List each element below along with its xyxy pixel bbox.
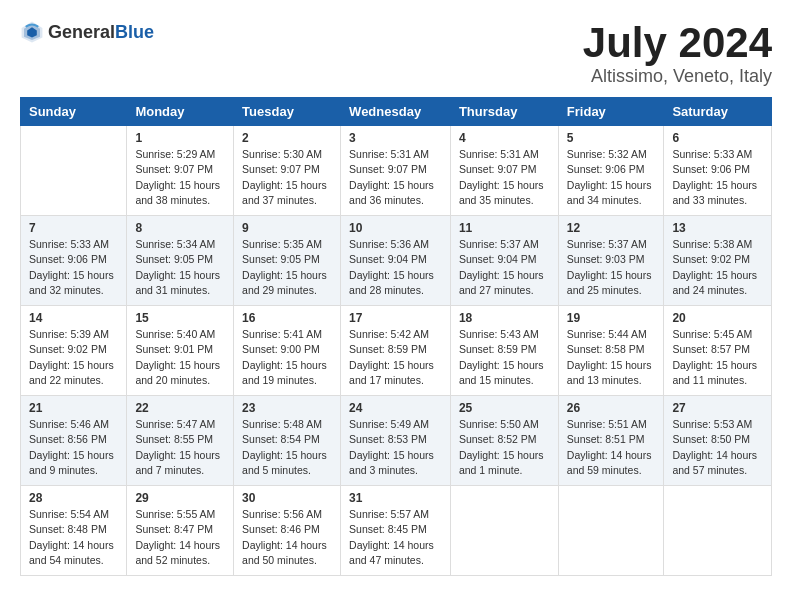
calendar-cell: 28Sunrise: 5:54 AM Sunset: 8:48 PM Dayli… [21, 486, 127, 576]
calendar-cell: 7Sunrise: 5:33 AM Sunset: 9:06 PM Daylig… [21, 216, 127, 306]
cell-content: Sunrise: 5:33 AM Sunset: 9:06 PM Dayligh… [29, 237, 118, 298]
day-number: 22 [135, 401, 225, 415]
day-number: 16 [242, 311, 332, 325]
day-number: 26 [567, 401, 656, 415]
cell-content: Sunrise: 5:29 AM Sunset: 9:07 PM Dayligh… [135, 147, 225, 208]
day-number: 5 [567, 131, 656, 145]
calendar-cell: 9Sunrise: 5:35 AM Sunset: 9:05 PM Daylig… [234, 216, 341, 306]
day-number: 31 [349, 491, 442, 505]
calendar-cell: 8Sunrise: 5:34 AM Sunset: 9:05 PM Daylig… [127, 216, 234, 306]
main-title: July 2024 [583, 20, 772, 66]
calendar-cell: 27Sunrise: 5:53 AM Sunset: 8:50 PM Dayli… [664, 396, 772, 486]
calendar-cell: 25Sunrise: 5:50 AM Sunset: 8:52 PM Dayli… [450, 396, 558, 486]
cell-content: Sunrise: 5:36 AM Sunset: 9:04 PM Dayligh… [349, 237, 442, 298]
cell-content: Sunrise: 5:54 AM Sunset: 8:48 PM Dayligh… [29, 507, 118, 568]
day-number: 12 [567, 221, 656, 235]
cell-content: Sunrise: 5:31 AM Sunset: 9:07 PM Dayligh… [459, 147, 550, 208]
header-day-saturday: Saturday [664, 98, 772, 126]
day-number: 1 [135, 131, 225, 145]
cell-content: Sunrise: 5:37 AM Sunset: 9:03 PM Dayligh… [567, 237, 656, 298]
day-number: 2 [242, 131, 332, 145]
logo-text: GeneralBlue [48, 22, 154, 43]
cell-content: Sunrise: 5:45 AM Sunset: 8:57 PM Dayligh… [672, 327, 763, 388]
day-number: 17 [349, 311, 442, 325]
day-number: 9 [242, 221, 332, 235]
header-day-wednesday: Wednesday [341, 98, 451, 126]
day-number: 13 [672, 221, 763, 235]
cell-content: Sunrise: 5:47 AM Sunset: 8:55 PM Dayligh… [135, 417, 225, 478]
logo: GeneralBlue [20, 20, 154, 44]
calendar-cell: 5Sunrise: 5:32 AM Sunset: 9:06 PM Daylig… [558, 126, 664, 216]
cell-content: Sunrise: 5:32 AM Sunset: 9:06 PM Dayligh… [567, 147, 656, 208]
day-number: 30 [242, 491, 332, 505]
calendar-cell: 29Sunrise: 5:55 AM Sunset: 8:47 PM Dayli… [127, 486, 234, 576]
day-number: 28 [29, 491, 118, 505]
day-number: 20 [672, 311, 763, 325]
calendar-cell: 15Sunrise: 5:40 AM Sunset: 9:01 PM Dayli… [127, 306, 234, 396]
calendar-cell: 1Sunrise: 5:29 AM Sunset: 9:07 PM Daylig… [127, 126, 234, 216]
day-number: 19 [567, 311, 656, 325]
calendar-cell: 2Sunrise: 5:30 AM Sunset: 9:07 PM Daylig… [234, 126, 341, 216]
cell-content: Sunrise: 5:40 AM Sunset: 9:01 PM Dayligh… [135, 327, 225, 388]
calendar-cell: 31Sunrise: 5:57 AM Sunset: 8:45 PM Dayli… [341, 486, 451, 576]
day-number: 3 [349, 131, 442, 145]
calendar-cell: 14Sunrise: 5:39 AM Sunset: 9:02 PM Dayli… [21, 306, 127, 396]
cell-content: Sunrise: 5:38 AM Sunset: 9:02 PM Dayligh… [672, 237, 763, 298]
calendar-cell: 13Sunrise: 5:38 AM Sunset: 9:02 PM Dayli… [664, 216, 772, 306]
cell-content: Sunrise: 5:53 AM Sunset: 8:50 PM Dayligh… [672, 417, 763, 478]
header-day-monday: Monday [127, 98, 234, 126]
calendar-cell: 26Sunrise: 5:51 AM Sunset: 8:51 PM Dayli… [558, 396, 664, 486]
page-header: GeneralBlue July 2024 Altissimo, Veneto,… [20, 20, 772, 87]
cell-content: Sunrise: 5:30 AM Sunset: 9:07 PM Dayligh… [242, 147, 332, 208]
day-number: 23 [242, 401, 332, 415]
week-row-5: 28Sunrise: 5:54 AM Sunset: 8:48 PM Dayli… [21, 486, 772, 576]
calendar-cell: 4Sunrise: 5:31 AM Sunset: 9:07 PM Daylig… [450, 126, 558, 216]
week-row-2: 7Sunrise: 5:33 AM Sunset: 9:06 PM Daylig… [21, 216, 772, 306]
calendar-cell: 30Sunrise: 5:56 AM Sunset: 8:46 PM Dayli… [234, 486, 341, 576]
cell-content: Sunrise: 5:33 AM Sunset: 9:06 PM Dayligh… [672, 147, 763, 208]
cell-content: Sunrise: 5:37 AM Sunset: 9:04 PM Dayligh… [459, 237, 550, 298]
day-number: 18 [459, 311, 550, 325]
day-number: 4 [459, 131, 550, 145]
title-area: July 2024 Altissimo, Veneto, Italy [583, 20, 772, 87]
cell-content: Sunrise: 5:43 AM Sunset: 8:59 PM Dayligh… [459, 327, 550, 388]
calendar-cell: 16Sunrise: 5:41 AM Sunset: 9:00 PM Dayli… [234, 306, 341, 396]
cell-content: Sunrise: 5:49 AM Sunset: 8:53 PM Dayligh… [349, 417, 442, 478]
week-row-3: 14Sunrise: 5:39 AM Sunset: 9:02 PM Dayli… [21, 306, 772, 396]
cell-content: Sunrise: 5:51 AM Sunset: 8:51 PM Dayligh… [567, 417, 656, 478]
header-day-sunday: Sunday [21, 98, 127, 126]
cell-content: Sunrise: 5:34 AM Sunset: 9:05 PM Dayligh… [135, 237, 225, 298]
cell-content: Sunrise: 5:41 AM Sunset: 9:00 PM Dayligh… [242, 327, 332, 388]
cell-content: Sunrise: 5:35 AM Sunset: 9:05 PM Dayligh… [242, 237, 332, 298]
header-day-tuesday: Tuesday [234, 98, 341, 126]
day-number: 11 [459, 221, 550, 235]
calendar-cell: 23Sunrise: 5:48 AM Sunset: 8:54 PM Dayli… [234, 396, 341, 486]
calendar-cell: 20Sunrise: 5:45 AM Sunset: 8:57 PM Dayli… [664, 306, 772, 396]
calendar-cell: 6Sunrise: 5:33 AM Sunset: 9:06 PM Daylig… [664, 126, 772, 216]
calendar-header-row: SundayMondayTuesdayWednesdayThursdayFrid… [21, 98, 772, 126]
calendar-cell [664, 486, 772, 576]
calendar-cell: 22Sunrise: 5:47 AM Sunset: 8:55 PM Dayli… [127, 396, 234, 486]
calendar-cell: 18Sunrise: 5:43 AM Sunset: 8:59 PM Dayli… [450, 306, 558, 396]
cell-content: Sunrise: 5:42 AM Sunset: 8:59 PM Dayligh… [349, 327, 442, 388]
calendar-table: SundayMondayTuesdayWednesdayThursdayFrid… [20, 97, 772, 576]
week-row-4: 21Sunrise: 5:46 AM Sunset: 8:56 PM Dayli… [21, 396, 772, 486]
calendar-cell: 19Sunrise: 5:44 AM Sunset: 8:58 PM Dayli… [558, 306, 664, 396]
day-number: 29 [135, 491, 225, 505]
calendar-cell: 24Sunrise: 5:49 AM Sunset: 8:53 PM Dayli… [341, 396, 451, 486]
calendar-cell: 3Sunrise: 5:31 AM Sunset: 9:07 PM Daylig… [341, 126, 451, 216]
cell-content: Sunrise: 5:31 AM Sunset: 9:07 PM Dayligh… [349, 147, 442, 208]
day-number: 27 [672, 401, 763, 415]
calendar-cell: 10Sunrise: 5:36 AM Sunset: 9:04 PM Dayli… [341, 216, 451, 306]
calendar-cell [21, 126, 127, 216]
day-number: 15 [135, 311, 225, 325]
cell-content: Sunrise: 5:44 AM Sunset: 8:58 PM Dayligh… [567, 327, 656, 388]
week-row-1: 1Sunrise: 5:29 AM Sunset: 9:07 PM Daylig… [21, 126, 772, 216]
logo-icon [20, 20, 44, 44]
calendar-cell [450, 486, 558, 576]
cell-content: Sunrise: 5:57 AM Sunset: 8:45 PM Dayligh… [349, 507, 442, 568]
day-number: 10 [349, 221, 442, 235]
day-number: 21 [29, 401, 118, 415]
calendar-cell: 11Sunrise: 5:37 AM Sunset: 9:04 PM Dayli… [450, 216, 558, 306]
cell-content: Sunrise: 5:55 AM Sunset: 8:47 PM Dayligh… [135, 507, 225, 568]
